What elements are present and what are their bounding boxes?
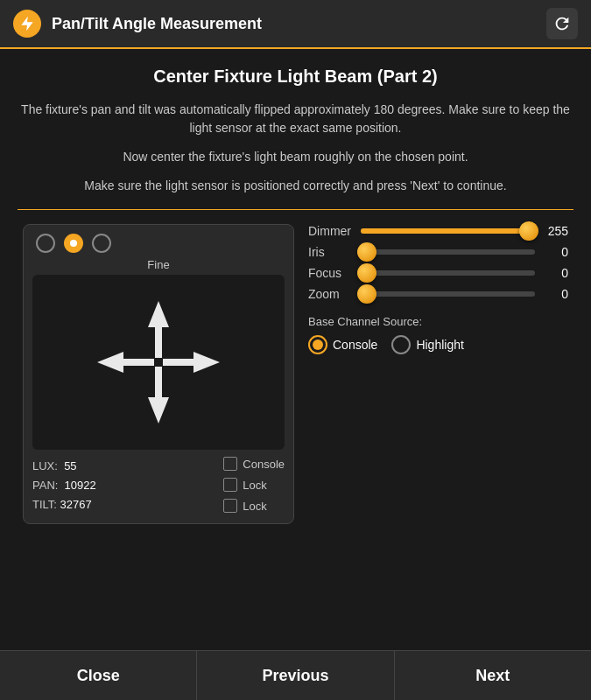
lock-console-controls: Console Lock Lock [223, 457, 285, 513]
dimmer-row: Dimmer 255 [308, 224, 568, 238]
svg-marker-2 [148, 367, 169, 424]
app-logo [13, 10, 41, 38]
base-channel-section: Base Channel Source: Console Highlight [308, 315, 568, 354]
dimmer-value: 255 [542, 224, 568, 238]
iris-thumb[interactable] [357, 242, 376, 262]
iris-label: Iris [308, 245, 354, 259]
zoom-value: 0 [542, 287, 568, 301]
app-header: Pan/Tilt Angle Measurement [0, 0, 591, 49]
lock-checkbox-row-2[interactable]: Lock [223, 499, 266, 513]
zoom-row: Zoom 0 [308, 287, 568, 301]
dimmer-fill [361, 228, 535, 234]
console-checkbox[interactable] [223, 457, 237, 471]
console-checkbox-label: Console [243, 458, 285, 471]
svg-marker-4 [163, 352, 220, 373]
focus-value: 0 [542, 266, 568, 280]
lux-value: 55 [64, 459, 76, 472]
console-radio-option[interactable]: Console [308, 335, 377, 354]
zoom-track[interactable] [361, 291, 535, 297]
dimmer-label: Dimmer [308, 224, 354, 238]
iris-value: 0 [542, 245, 568, 259]
svg-marker-0 [21, 17, 32, 32]
section-divider [18, 209, 573, 210]
dimmer-track[interactable] [361, 228, 535, 234]
page-title: Center Fixture Light Beam (Part 2) [18, 66, 573, 87]
base-channel-radio-group: Console Highlight [308, 335, 568, 354]
svg-marker-1 [148, 301, 169, 358]
refresh-button[interactable] [546, 8, 578, 39]
joystick-panel: Fine LUX: 55 PAN: 10922 TILT: 32 [23, 224, 294, 524]
description-text-1: The fixture's pan and tilt was automatic… [18, 101, 573, 137]
highlight-radio-label: Highlight [416, 338, 463, 352]
lock-checkbox-row-1[interactable]: Lock [223, 478, 266, 492]
main-content: Center Fixture Light Beam (Part 2) The f… [0, 49, 591, 533]
mode-fine-label: Fine [32, 258, 285, 271]
main-panel: Fine LUX: 55 PAN: 10922 TILT: 32 [18, 224, 573, 524]
focus-label: Focus [308, 266, 354, 280]
highlight-radio-option[interactable]: Highlight [391, 335, 463, 354]
zoom-label: Zoom [308, 287, 354, 301]
svg-marker-3 [97, 352, 154, 373]
highlight-radio-circle[interactable] [391, 335, 411, 354]
pan-value: 10922 [65, 479, 96, 492]
joystick-info: LUX: 55 PAN: 10922 TILT: 32767 Console L… [32, 457, 285, 514]
mode-radio-3[interactable] [92, 234, 111, 253]
controls-panel: Dimmer 255 Iris 0 Focus [308, 224, 568, 524]
tilt-value: 32767 [60, 498, 92, 511]
header-title: Pan/Tilt Angle Measurement [52, 15, 546, 33]
lock-checkbox-label-2: Lock [243, 500, 266, 513]
focus-row: Focus 0 [308, 266, 568, 280]
console-radio-label: Console [333, 338, 377, 352]
dimmer-thumb[interactable] [519, 221, 538, 241]
base-channel-label: Base Channel Source: [308, 315, 568, 328]
joystick-area[interactable] [32, 275, 285, 450]
instruction-text: Make sure the light sensor is positioned… [18, 177, 573, 195]
focus-thumb[interactable] [357, 263, 376, 283]
description-text-2: Now center the fixture's light beam roug… [18, 148, 573, 166]
zoom-thumb[interactable] [357, 284, 376, 304]
iris-track[interactable] [361, 249, 535, 255]
lock-checkbox-1[interactable] [223, 478, 237, 492]
focus-track[interactable] [361, 270, 535, 276]
mode-radio-2[interactable] [64, 234, 83, 253]
logo-icon [18, 15, 36, 32]
console-checkbox-row[interactable]: Console [223, 457, 285, 471]
joystick-mode-selector [32, 234, 285, 253]
iris-row: Iris 0 [308, 245, 568, 259]
joystick-arrows [88, 292, 229, 432]
lock-checkbox-label-1: Lock [243, 479, 266, 492]
close-button[interactable]: Close [0, 651, 197, 700]
bottom-navigation: Close Previous Next [0, 650, 591, 700]
sensor-readings: LUX: 55 PAN: 10922 TILT: 32767 [32, 457, 96, 514]
refresh-icon [552, 14, 572, 33]
lock-checkbox-2[interactable] [223, 499, 237, 513]
previous-button[interactable]: Previous [197, 651, 394, 700]
mode-radio-1[interactable] [36, 234, 55, 253]
console-radio-circle[interactable] [308, 335, 327, 354]
next-button[interactable]: Next [395, 651, 591, 700]
